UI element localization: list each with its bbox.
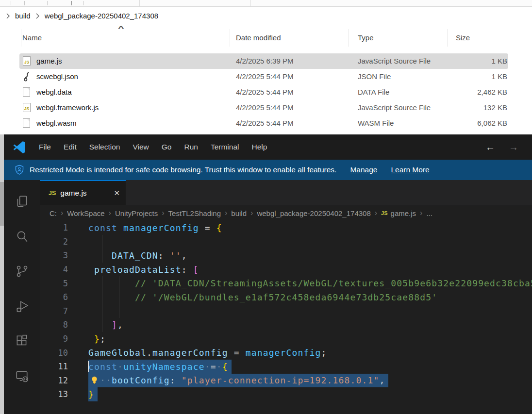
code-line[interactable]: 3 DATA_CDN: '', — [40, 248, 532, 263]
lightbulb-icon[interactable] — [90, 376, 99, 387]
column-header-size[interactable]: Size — [456, 33, 470, 42]
code-text: preloadDataList: [ — [88, 263, 199, 277]
search-icon[interactable] — [4, 219, 40, 254]
column-divider — [21, 29, 21, 47]
close-icon[interactable]: ✕ — [114, 189, 120, 198]
source-control-icon[interactable] — [4, 254, 40, 289]
file-type: JSON File — [358, 72, 391, 81]
file-name: game.js — [36, 57, 62, 65]
banner-text: Restricted Mode is intended for safe cod… — [30, 166, 336, 174]
breadcrumb-item[interactable]: C: — [50, 209, 57, 217]
code-line[interactable]: 10GameGlobal.managerConfig = managerConf… — [40, 346, 532, 360]
code-line[interactable]: 9 }; — [40, 332, 532, 346]
code-line[interactable]: 8 ], — [40, 318, 532, 332]
selection-highlight: } — [88, 387, 98, 401]
explorer-icon[interactable] — [4, 184, 40, 219]
line-number: 3 — [40, 250, 68, 260]
file-row[interactable]: JSgame.js4/2/2025 6:39 PMJavaScript Sour… — [0, 53, 532, 69]
learn-more-link[interactable]: Learn More — [391, 166, 429, 174]
menu-item-run[interactable]: Run — [178, 134, 204, 160]
code-text: const·unityNamespace·=·{ — [88, 360, 232, 374]
indent-guide-line — [102, 276, 102, 290]
column-header-name[interactable]: Name — [22, 33, 42, 42]
file-list: JSgame.js4/2/2025 6:39 PMJavaScript Sour… — [0, 53, 532, 131]
remote-explorer-icon[interactable] — [4, 359, 40, 394]
menu-item-help[interactable]: Help — [246, 134, 274, 160]
breadcrumb-item[interactable]: webgl_package-20250402_174308 — [257, 209, 370, 217]
breadcrumb-item[interactable]: UnityProjects — [115, 209, 158, 217]
breadcrumb-item[interactable]: build — [231, 209, 247, 217]
file-row[interactable]: JSwebgl.framework.js4/2/2025 5:44 PMJava… — [0, 100, 532, 116]
vscode-titlebar: FileEditSelectionViewGoRunTerminalHelp ←… — [4, 134, 532, 160]
menu-item-view[interactable]: View — [126, 134, 155, 160]
line-number: 2 — [40, 237, 68, 247]
breadcrumb-item[interactable]: WorkSpace — [67, 209, 104, 217]
column-divider[interactable] — [447, 29, 448, 47]
menu-item-edit[interactable]: Edit — [57, 134, 83, 160]
file-row[interactable]: webgl.wasm4/2/2025 5:44 PMWASM File6,062… — [0, 116, 532, 131]
file-row[interactable]: scwebgl.json4/2/2025 5:44 PMJSON File1 K… — [0, 69, 532, 84]
vscode-window: FileEditSelectionViewGoRunTerminalHelp ←… — [4, 134, 532, 414]
code-line[interactable]: 2 — [40, 235, 532, 249]
scrollbar-thumb[interactable] — [0, 182, 4, 226]
run-debug-icon[interactable] — [4, 289, 40, 324]
menu-bar: FileEditSelectionViewGoRunTerminalHelp — [33, 134, 273, 160]
breadcrumb-item[interactable]: webgl_package-20250402_174308 — [45, 12, 158, 20]
manage-link[interactable]: Manage — [350, 166, 377, 174]
tab-bar: JS game.js ✕ — [40, 180, 532, 205]
file-name: webgl.framework.js — [36, 103, 99, 112]
js-file-icon: JS — [49, 190, 56, 197]
vscode-body: JS game.js ✕ C:›WorkSpace›UnityProjects›… — [4, 180, 532, 414]
line-number: 5 — [40, 279, 68, 288]
explorer-scrollbar-strip[interactable] — [0, 134, 4, 414]
selection-highlight: const·unityNamespace·=·{ — [88, 360, 232, 374]
tab-game-js[interactable]: JS game.js ✕ — [40, 180, 126, 205]
code-line[interactable]: 1const managerConfig = { — [40, 221, 532, 235]
indent-guide-line — [102, 304, 102, 318]
editor-group: JS game.js ✕ C:›WorkSpace›UnityProjects›… — [40, 180, 532, 414]
indent-guide-line — [102, 235, 102, 249]
breadcrumb-more[interactable]: ... — [426, 209, 432, 217]
code-editor[interactable]: 1const managerConfig = {23 DATA_CDN: '',… — [40, 221, 532, 414]
file-name: webgl.data — [36, 88, 72, 96]
code-line[interactable]: 11const·unityNamespace·=·{ — [40, 360, 532, 374]
line-number: 11 — [40, 362, 68, 371]
explorer-breadcrumb: buildwebgl_package-20250402_174308 — [0, 7, 532, 25]
column-divider[interactable] — [348, 29, 349, 47]
file-type: JavaScript Source File — [358, 103, 431, 112]
sort-ascending-icon: ^ — [118, 24, 124, 33]
toolbar-separator — [250, 0, 251, 6]
breadcrumb-item-file[interactable]: game.js — [391, 209, 416, 217]
line-number: 13 — [40, 389, 68, 399]
breadcrumb-item[interactable]: TestTL2Shading — [168, 209, 221, 217]
indent-guide-line — [119, 304, 119, 318]
file-size: 1 KB — [491, 57, 507, 65]
js-file-icon: JS — [23, 56, 31, 66]
breadcrumb-item[interactable]: build — [15, 12, 31, 20]
code-line[interactable]: 4 preloadDataList: [ — [40, 263, 532, 277]
code-line[interactable]: 7 — [40, 304, 532, 318]
file-type: WASM File — [358, 119, 394, 127]
code-text: }; — [88, 332, 106, 346]
code-line[interactable]: 6 // '/WebGL/bundles_e1af572c458eda6944e… — [40, 290, 532, 304]
menu-item-go[interactable]: Go — [155, 134, 178, 160]
code-line[interactable]: 5 // 'DATA_CDN/StreamingAssets/WebGL/tex… — [40, 276, 532, 290]
column-header-date-modified[interactable]: Date modified — [236, 33, 281, 42]
file-row[interactable]: webgl.data4/2/2025 5:44 PMDATA File2,462… — [0, 84, 532, 100]
chevron-right-icon: › — [225, 209, 227, 217]
column-divider[interactable] — [230, 29, 230, 47]
file-date-modified: 4/2/2025 5:44 PM — [236, 103, 293, 112]
menu-item-terminal[interactable]: Terminal — [204, 134, 246, 160]
back-arrow-icon[interactable]: ← — [485, 142, 495, 153]
forward-arrow-icon[interactable]: → — [509, 142, 518, 153]
explorer-toolbar-strip — [0, 0, 532, 7]
code-line[interactable]: 13} — [40, 387, 532, 401]
column-header-type[interactable]: Type — [358, 33, 374, 42]
code-line[interactable]: 12 ··bootConfig: "player-connection-ip=1… — [40, 374, 532, 388]
code-text: // 'DATA_CDN/StreamingAssets/WebGL/textu… — [88, 276, 532, 290]
menu-item-file[interactable]: File — [33, 134, 57, 160]
chevron-right-icon — [35, 13, 40, 19]
menu-item-selection[interactable]: Selection — [83, 134, 127, 160]
shield-icon — [15, 165, 24, 175]
extensions-icon[interactable] — [4, 324, 40, 359]
